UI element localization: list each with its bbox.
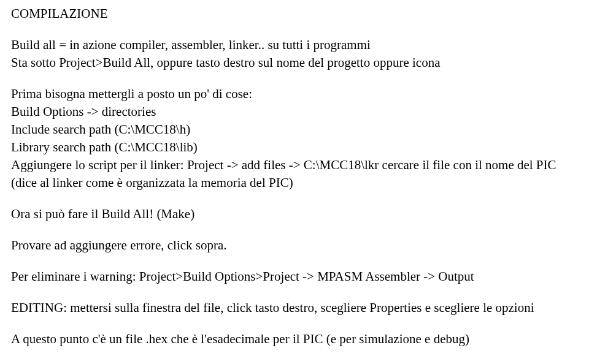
document-page: COMPILAZIONE Build all = in azione compi… xyxy=(0,0,589,348)
paragraph: Build all = in azione compiler, assemble… xyxy=(11,36,578,54)
paragraph: Sta sotto Project>Build All, oppure tast… xyxy=(11,54,578,72)
paragraph: Aggiungere lo script per il linker: Proj… xyxy=(11,156,578,192)
paragraph: EDITING: mettersi sulla finestra del fil… xyxy=(11,299,578,317)
paragraph: A questo punto c'è un file .hex che è l'… xyxy=(11,330,578,348)
paragraph: Build Options -> directories xyxy=(11,103,578,121)
paragraph: Provare ad aggiungere errore, click sopr… xyxy=(11,237,578,254)
paragraph: Prima bisogna mettergli a posto un po' d… xyxy=(11,85,578,103)
paragraph: Per eliminare i warning: Project>Build O… xyxy=(11,268,578,286)
paragraph: Library search path (C:\MCC18\lib) xyxy=(11,138,578,156)
paragraph: Ora si può fare il Build All! (Make) xyxy=(11,205,578,223)
page-title: COMPILAZIONE xyxy=(11,5,578,23)
paragraph: Include search path (C:\MCC18\h) xyxy=(11,121,578,138)
